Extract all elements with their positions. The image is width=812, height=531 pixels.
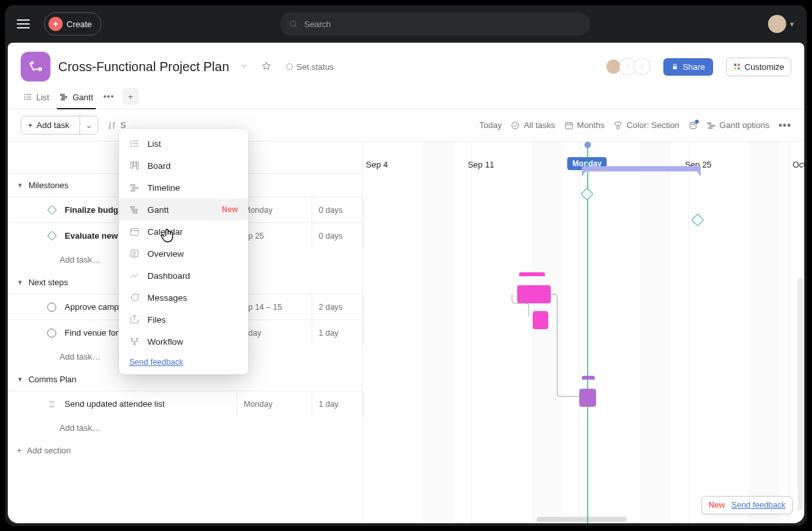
share-button[interactable]: Share [663,58,713,76]
board-icon [129,160,140,171]
menu-item-label: List [147,139,161,149]
all-tasks-button[interactable]: All tasks [511,120,555,130]
add-task-button[interactable]: +Add task ⌄ [21,116,98,135]
svg-rect-19 [62,96,67,98]
svg-rect-27 [690,122,696,128]
menu-item-workflow[interactable]: Workflow [119,331,248,352]
calendar-icon [129,226,140,237]
svg-point-16 [25,96,25,97]
task-row[interactable]: Send updated attendee list Monday 1 day [8,391,363,417]
svg-rect-44 [131,206,134,208]
list-icon [23,92,32,102]
svg-rect-22 [565,122,572,128]
svg-point-15 [25,94,25,95]
gantt-bar[interactable] [517,285,551,303]
svg-rect-28 [708,122,711,124]
menu-item-label: Dashboard [147,271,190,281]
save-view-button[interactable] [689,121,698,130]
menu-item-calendar[interactable]: Calendar [119,221,248,243]
members[interactable] [608,58,650,75]
menu-item-files[interactable]: Files [119,309,248,331]
menu-item-gantt[interactable]: Gantt New [119,199,248,221]
svg-rect-10 [734,67,736,70]
settings-icon [707,121,716,130]
customize-label: Customize [745,62,784,72]
customize-button[interactable]: Customize [726,58,791,76]
color-button[interactable]: Color: Section [614,120,679,130]
add-section-label: Add section [27,446,71,455]
task-duration: 2 days [312,294,363,320]
tab-gantt[interactable]: Gantt [57,89,96,109]
gantt-milestone[interactable] [581,188,593,200]
add-task-label: Add task [37,120,70,130]
menu-toggle[interactable] [17,15,35,33]
gantt-summary-bar[interactable] [582,166,701,171]
timeline-icon [129,182,140,193]
months-button[interactable]: Months [564,120,605,130]
menu-item-dashboard[interactable]: Dashboard [119,265,248,287]
add-tab-button[interactable]: + [122,88,139,105]
menu-item-label: Board [147,161,171,171]
dashboard-icon [129,270,140,281]
svg-rect-29 [710,125,714,126]
lock-icon [671,63,679,70]
check-circle-icon[interactable] [47,302,57,312]
menu-item-overview[interactable]: Overview [119,243,248,265]
menu-item-label: Timeline [147,183,180,193]
color-label: Color: Section [626,120,679,130]
task-duration: 1 day [312,320,363,345]
tab-more-button[interactable]: ••• [101,91,117,106]
add-task-caret[interactable]: ⌄ [80,116,98,134]
hourglass-icon [47,399,57,409]
new-badge: New [222,205,238,214]
section-name: Next steps [28,277,68,287]
menu-feedback-link[interactable]: Send feedback [119,352,248,371]
svg-rect-39 [134,162,136,167]
menu-item-board[interactable]: Board [119,155,248,177]
svg-line-1 [295,26,297,28]
svg-point-17 [25,99,25,100]
gantt-options-button[interactable]: Gantt options [707,120,769,130]
gantt-bar[interactable] [533,311,548,329]
gantt-milestone[interactable] [691,213,704,226]
workflow-icon [129,336,140,347]
check-circle-icon[interactable] [47,328,57,338]
add-task-link[interactable]: Add task… [8,417,363,439]
today-button[interactable]: Today [479,120,502,130]
svg-point-6 [641,65,643,67]
svg-point-55 [136,338,138,340]
gantt-bar[interactable] [579,389,596,407]
gantt-icon [59,92,69,102]
set-status-button[interactable]: Set status [281,60,339,74]
calendar-icon [564,121,573,130]
menu-item-timeline[interactable]: Timeline [119,177,248,199]
list-icon [129,138,140,149]
task-duration: 0 days [312,197,363,222]
all-tasks-label: All tasks [524,120,555,130]
paint-icon [614,121,623,130]
project-dropdown-icon[interactable] [237,59,251,75]
svg-point-54 [131,338,133,340]
add-section-button[interactable]: + Add section [8,439,363,462]
months-label: Months [577,120,605,130]
svg-rect-30 [709,127,712,128]
add-member-icon [634,58,650,75]
milestone-icon [47,231,57,241]
svg-point-2 [31,61,34,64]
customize-icon [733,63,741,70]
user-menu[interactable]: ▼ [768,15,795,33]
toolbar-more-button[interactable]: ••• [778,120,791,131]
check-icon [511,121,520,130]
create-button[interactable]: + Create [44,12,102,36]
project-title: Cross-Functional Project Plan [58,60,230,74]
avatar [768,15,786,33]
task-duration: 0 days [312,223,363,248]
svg-rect-20 [61,99,65,100]
menu-item-list[interactable]: List [119,133,248,155]
star-icon[interactable] [259,59,273,75]
menu-item-messages[interactable]: Messages [119,287,248,309]
svg-rect-11 [738,67,740,70]
add-tab-menu: List Board Timeline Gantt New Calendar [119,129,248,374]
search-input[interactable]: Search [280,12,590,36]
tab-list[interactable]: List [21,89,52,109]
